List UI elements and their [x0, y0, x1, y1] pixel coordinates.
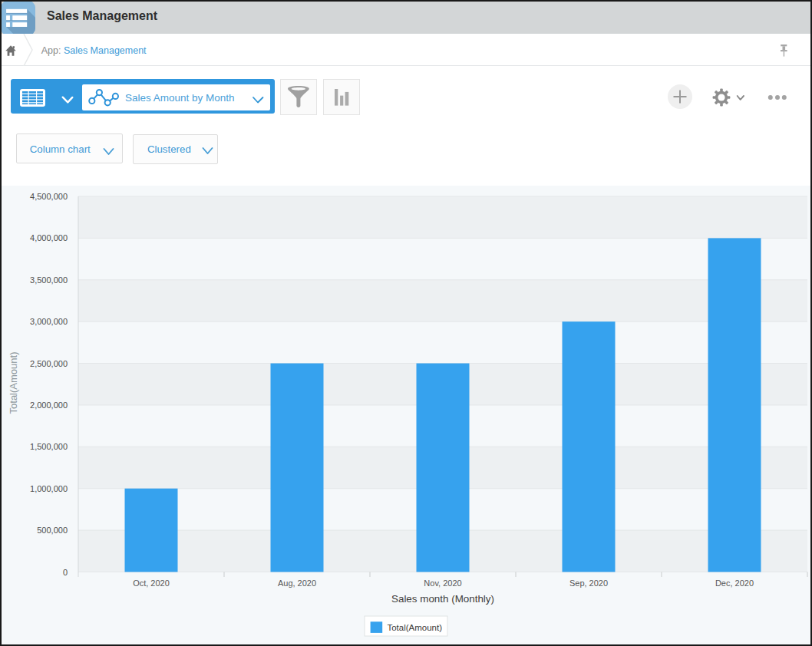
- svg-text:2,000,000: 2,000,000: [30, 400, 68, 410]
- svg-text:4,500,000: 4,500,000: [30, 192, 68, 201]
- svg-text:Sep, 2020: Sep, 2020: [569, 578, 608, 588]
- svg-text:3,000,000: 3,000,000: [30, 317, 68, 326]
- svg-text:Dec, 2020: Dec, 2020: [715, 578, 754, 588]
- svg-text:1,000,000: 1,000,000: [30, 484, 68, 493]
- svg-text:Nov, 2020: Nov, 2020: [424, 578, 461, 588]
- svg-text:Oct, 2020: Oct, 2020: [133, 578, 170, 588]
- svg-text:Aug, 2020: Aug, 2020: [278, 578, 316, 588]
- svg-text:4,000,000: 4,000,000: [30, 233, 68, 242]
- svg-text:Total(Amount): Total(Amount): [387, 623, 442, 632]
- svg-text:Total(Amount): Total(Amount): [8, 352, 19, 414]
- svg-text:1,500,000: 1,500,000: [30, 442, 68, 451]
- svg-text:500,000: 500,000: [37, 526, 68, 535]
- svg-text:3,500,000: 3,500,000: [30, 275, 68, 285]
- svg-text:Sales month (Monthly): Sales month (Monthly): [391, 593, 494, 605]
- svg-text:2,500,000: 2,500,000: [30, 359, 68, 368]
- svg-text:0: 0: [63, 568, 68, 577]
